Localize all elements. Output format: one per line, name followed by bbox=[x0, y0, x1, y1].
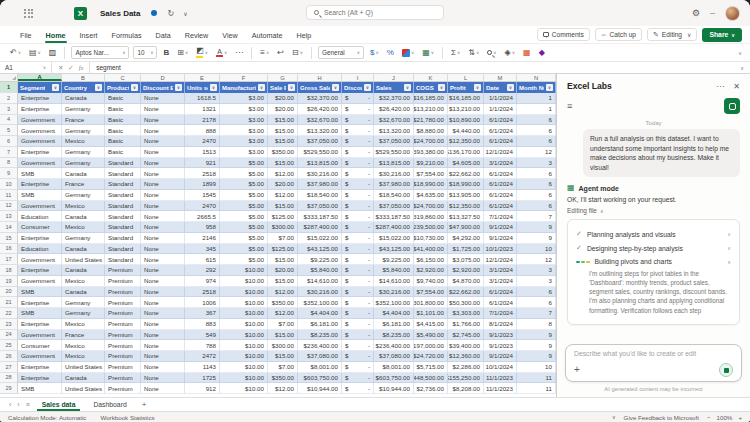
cell[interactable]: $- bbox=[342, 265, 374, 276]
cell[interactable]: $10.00 bbox=[220, 287, 268, 298]
cell[interactable]: 2665.5 bbox=[185, 211, 220, 222]
cell[interactable]: $5.00 bbox=[220, 211, 268, 222]
cell[interactable]: $- bbox=[342, 147, 374, 158]
cell[interactable]: 921 bbox=[185, 158, 220, 169]
cell[interactable]: $18,540.00 bbox=[374, 190, 414, 201]
cell[interactable]: $10,944.00 bbox=[374, 383, 414, 394]
chevron-down-icon[interactable]: ∨ bbox=[183, 10, 187, 17]
cell[interactable]: $7.00 bbox=[268, 362, 298, 373]
cell[interactable]: $13,905.00 bbox=[448, 190, 484, 201]
cell[interactable]: $136,170.00 bbox=[448, 147, 484, 158]
cell[interactable]: $- bbox=[342, 308, 374, 319]
cell[interactable]: 292 bbox=[185, 265, 220, 276]
cell[interactable]: Government bbox=[18, 158, 62, 169]
cell[interactable]: Standard bbox=[105, 244, 141, 255]
cell[interactable]: None bbox=[141, 351, 185, 362]
row-header-24[interactable]: 24 bbox=[0, 330, 18, 341]
cell[interactable]: 10/1/2024 bbox=[484, 362, 517, 373]
select-all-corner[interactable] bbox=[0, 74, 18, 81]
cell[interactable]: $- bbox=[342, 201, 374, 212]
cell[interactable]: $12.00 bbox=[268, 383, 298, 394]
format-as-table-button[interactable]: ▦∨ bbox=[420, 48, 436, 57]
cell[interactable]: 9 bbox=[517, 330, 556, 341]
cell[interactable]: Germany bbox=[62, 158, 105, 169]
cell[interactable]: $26,420.00 bbox=[298, 104, 342, 115]
cell[interactable]: 11 bbox=[517, 383, 556, 394]
cell[interactable]: None bbox=[141, 211, 185, 222]
cell[interactable]: Government bbox=[18, 351, 62, 362]
menu-tab-view[interactable]: View bbox=[216, 27, 243, 43]
font-size-select[interactable]: 10∨ bbox=[133, 46, 157, 59]
cell[interactable]: $24,700.00 bbox=[414, 201, 448, 212]
catch-up-button[interactable]: ∽Catch up bbox=[595, 28, 642, 41]
column-header-A[interactable]: A bbox=[18, 74, 62, 81]
new-chat-button[interactable] bbox=[724, 98, 740, 114]
cell[interactable]: $4,635.00 bbox=[414, 190, 448, 201]
cell[interactable]: 2518 bbox=[185, 287, 220, 298]
cell[interactable]: $448,500.00 bbox=[414, 373, 448, 384]
cell[interactable]: $- bbox=[342, 222, 374, 233]
cell[interactable]: $- bbox=[342, 254, 374, 265]
cell[interactable]: 3/1/2024 bbox=[484, 276, 517, 287]
cell[interactable]: $12.00 bbox=[268, 287, 298, 298]
cell[interactable]: $10.00 bbox=[220, 297, 268, 308]
cell[interactable]: 11/1/2023 bbox=[484, 383, 517, 394]
cell[interactable]: $529,550.00 bbox=[298, 147, 342, 158]
cell[interactable]: $13,320.00 bbox=[374, 125, 414, 136]
cell[interactable]: $319,860.00 bbox=[414, 211, 448, 222]
agent-step[interactable]: ✓Planning analysis and visuals∨ bbox=[576, 227, 731, 241]
cell[interactable]: $197,000.00 bbox=[414, 340, 448, 351]
stop-generating-button[interactable] bbox=[719, 363, 733, 377]
cell[interactable]: $10.00 bbox=[220, 330, 268, 341]
cell[interactable]: $- bbox=[342, 383, 374, 394]
cell[interactable]: $350.00 bbox=[268, 147, 298, 158]
undo-button[interactable]: ↶∨ bbox=[8, 48, 23, 57]
cell[interactable]: $3.00 bbox=[220, 136, 268, 147]
row-header-9[interactable]: 9 bbox=[0, 168, 18, 179]
cell[interactable]: $5,715.00 bbox=[414, 362, 448, 373]
cell[interactable]: $15.00 bbox=[268, 330, 298, 341]
cell[interactable]: United States bbox=[62, 362, 105, 373]
cell[interactable]: 9/1/2024 bbox=[484, 351, 517, 362]
cell[interactable]: 6/1/2024 bbox=[484, 287, 517, 298]
cell[interactable]: 7/1/2024 bbox=[484, 308, 517, 319]
editing-file-toggle[interactable]: Editing file ∧ bbox=[557, 205, 750, 216]
cell[interactable]: $8,235.00 bbox=[298, 330, 342, 341]
cell[interactable]: $9,225.00 bbox=[298, 254, 342, 265]
cell[interactable]: $50,300.00 bbox=[448, 297, 484, 308]
cell[interactable]: $603,750.00 bbox=[374, 373, 414, 384]
cell[interactable]: $- bbox=[342, 362, 374, 373]
cell[interactable]: Enterprise bbox=[18, 233, 62, 244]
percent-style-button[interactable]: % bbox=[385, 48, 396, 57]
cell[interactable]: $15.00 bbox=[268, 201, 298, 212]
row-header-21[interactable]: 21 bbox=[0, 297, 18, 308]
cell[interactable]: $3.00 bbox=[220, 115, 268, 126]
cell[interactable]: Canada bbox=[62, 211, 105, 222]
insert-function-icon[interactable]: fx bbox=[79, 64, 84, 71]
cell[interactable]: Enterprise bbox=[18, 297, 62, 308]
cell[interactable]: $236,400.00 bbox=[298, 340, 342, 351]
cell[interactable]: $37,050.00 bbox=[374, 136, 414, 147]
filter-dropdown-icon[interactable]: ∨ bbox=[507, 84, 514, 91]
cell[interactable]: 12/1/2024 bbox=[484, 147, 517, 158]
cell[interactable]: $- bbox=[342, 125, 374, 136]
cell[interactable]: Consumer bbox=[18, 222, 62, 233]
row-header-23[interactable]: 23 bbox=[0, 319, 18, 330]
cell[interactable]: $15.00 bbox=[268, 276, 298, 287]
search-input[interactable]: Search (Alt + Q) bbox=[306, 5, 444, 20]
cell[interactable]: $30,216.00 bbox=[374, 287, 414, 298]
cell[interactable]: $352,100.00 bbox=[298, 297, 342, 308]
cell[interactable]: Premium bbox=[105, 308, 141, 319]
cell[interactable]: 9/1/2024 bbox=[484, 222, 517, 233]
cell[interactable]: $2,736.00 bbox=[414, 383, 448, 394]
cell[interactable]: $12,360.00 bbox=[448, 351, 484, 362]
filter-dropdown-icon[interactable]: ∨ bbox=[131, 84, 138, 91]
cell[interactable]: Education bbox=[18, 244, 62, 255]
cell[interactable]: $15.00 bbox=[268, 254, 298, 265]
table-column-header[interactable]: Units sold∨ bbox=[185, 82, 220, 93]
column-header-L[interactable]: L bbox=[448, 74, 484, 81]
cell[interactable]: 2470 bbox=[185, 136, 220, 147]
menu-tab-home[interactable]: Home bbox=[40, 27, 72, 43]
chat-composer[interactable]: Describe what you'd like to create or ed… bbox=[565, 344, 742, 382]
menu-tab-data[interactable]: Data bbox=[150, 27, 177, 43]
